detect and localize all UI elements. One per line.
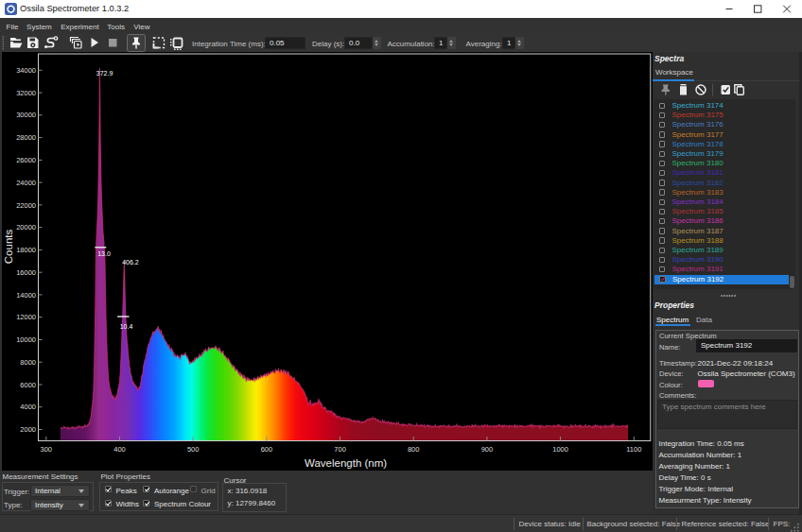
- svg-text:32000: 32000: [16, 89, 36, 97]
- svg-text:1000: 1000: [552, 445, 568, 454]
- svg-text:28000: 28000: [16, 133, 36, 142]
- svg-text:30000: 30000: [16, 111, 36, 119]
- svg-text:900: 900: [481, 445, 494, 454]
- svg-text:24000: 24000: [16, 179, 36, 187]
- svg-text:10.4: 10.4: [120, 323, 133, 330]
- svg-text:14000: 14000: [16, 291, 36, 300]
- svg-text:700: 700: [334, 445, 346, 454]
- svg-text:300: 300: [41, 445, 53, 454]
- svg-text:16000: 16000: [16, 268, 36, 277]
- svg-text:12000: 12000: [16, 313, 36, 321]
- svg-text:8000: 8000: [20, 358, 36, 367]
- svg-text:500: 500: [187, 445, 200, 454]
- svg-text:10000: 10000: [16, 335, 36, 344]
- svg-text:22000: 22000: [16, 201, 36, 210]
- svg-text:2000: 2000: [20, 425, 36, 434]
- svg-text:372.9: 372.9: [96, 70, 113, 77]
- svg-text:Counts: Counts: [3, 230, 14, 265]
- svg-text:6000: 6000: [20, 381, 36, 389]
- svg-text:26000: 26000: [16, 156, 36, 164]
- svg-text:Wavelength (nm): Wavelength (nm): [305, 457, 387, 469]
- svg-text:406.2: 406.2: [122, 259, 139, 266]
- svg-text:18000: 18000: [16, 246, 36, 254]
- svg-text:34000: 34000: [16, 66, 36, 75]
- svg-text:20000: 20000: [16, 223, 36, 232]
- svg-text:4000: 4000: [20, 403, 36, 411]
- svg-text:600: 600: [261, 445, 273, 454]
- svg-text:13.0: 13.0: [97, 250, 111, 257]
- svg-text:1100: 1100: [626, 445, 641, 454]
- svg-text:800: 800: [408, 445, 420, 454]
- svg-text:400: 400: [113, 445, 126, 454]
